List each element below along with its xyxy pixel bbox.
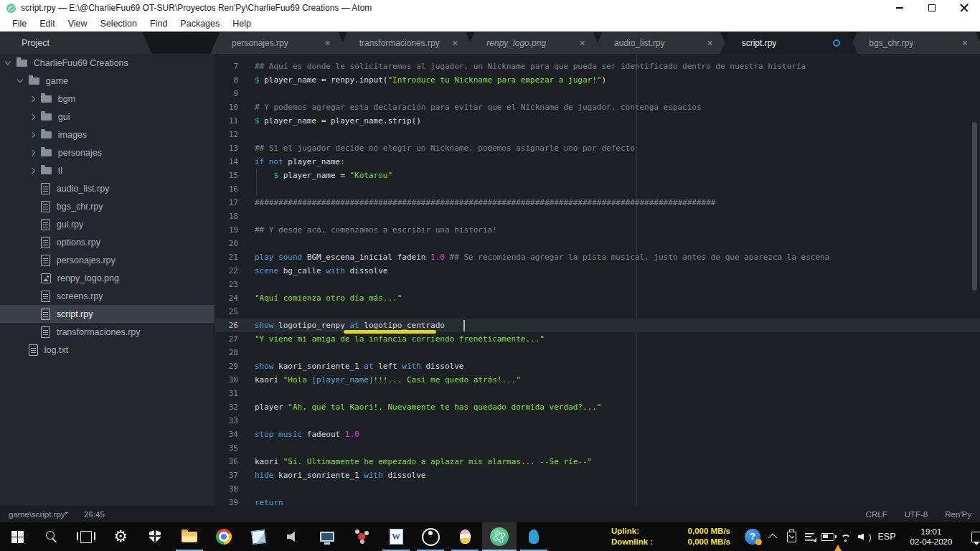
tree-item-options.rpy[interactable]: options.rpy (0, 233, 215, 251)
tab-personajes.rpy[interactable]: personajes.rpy× (210, 32, 348, 54)
code-line-31[interactable]: 31 (215, 387, 980, 400)
status-line-ending[interactable]: CRLF (866, 510, 887, 519)
minimize-button[interactable] (883, 0, 915, 16)
help-tray-button[interactable]: ? (740, 522, 765, 551)
taskbar-obs-button[interactable] (413, 522, 448, 551)
chevron-down-icon[interactable] (17, 77, 23, 83)
code-line-20[interactable]: 20 (215, 237, 980, 250)
code-line-26[interactable]: 26show logotipo_renpy at logotipo_centra… (215, 319, 980, 332)
tab-audio_list.rpy[interactable]: audio_list.rpy× (593, 32, 730, 54)
code-line-32[interactable]: 32player "Ah, qué tal Kaori!. Nuevamente… (215, 400, 980, 414)
restore-button[interactable] (915, 0, 948, 16)
volume-mixer[interactable] (801, 522, 819, 551)
tree-item-images[interactable]: images (0, 126, 215, 143)
code-line-15[interactable]: 15 $ player_name = "Kotarou" (215, 169, 980, 182)
safely-remove-hardware[interactable] (783, 522, 801, 551)
tree-item-audio_list.rpy[interactable]: audio_list.rpy (0, 179, 215, 197)
tree-item-personajes.rpy[interactable]: personajes.rpy (0, 251, 215, 269)
code-line-39[interactable]: 39return (215, 496, 980, 506)
tree-item-log.txt[interactable]: log.txt (0, 341, 215, 359)
menu-selection[interactable]: Selection (94, 19, 143, 29)
tab-transformaciones.rpy[interactable]: transformaciones.rpy× (338, 32, 476, 54)
chevron-right-icon[interactable] (29, 95, 35, 101)
chevron-right-icon[interactable] (29, 149, 35, 155)
code-line-25[interactable]: 25 (215, 305, 980, 319)
tree-item-script.rpy[interactable]: script.rpy (0, 305, 215, 323)
code-line-37[interactable]: 37hide kaori_sonriente_1 with dissolve (215, 468, 980, 482)
taskbar-gear-button[interactable] (103, 522, 138, 551)
status-grammar[interactable]: Ren'Py (945, 510, 971, 519)
taskbar-explorer-button[interactable] (172, 522, 207, 551)
code-line-28[interactable]: 28 (215, 346, 980, 359)
taskbar-word-button[interactable] (379, 522, 413, 551)
audio-status[interactable] (854, 522, 872, 551)
code-line-9[interactable]: 9 (215, 87, 980, 100)
tree-item-renpy_logo.png[interactable]: renpy_logo.png (0, 269, 215, 287)
close-button[interactable] (948, 0, 980, 16)
code-editor[interactable]: 7## Aquí es donde le solicitaremos al ju… (215, 54, 980, 506)
code-line-14[interactable]: 14if not player_name: (215, 155, 980, 169)
tray-expand-button[interactable] (765, 522, 783, 551)
menu-packages[interactable]: Packages (174, 19, 226, 29)
code-line-10[interactable]: 10# Y podemos agregar esta declaración p… (215, 100, 980, 114)
status-encoding[interactable]: UTF-8 (905, 510, 928, 519)
taskbar-bluefig-button[interactable] (517, 522, 551, 551)
taskbar-taskview-button[interactable] (69, 522, 103, 551)
code-line-16[interactable]: 16 (215, 182, 980, 196)
taskbar-anime-button[interactable] (448, 522, 482, 551)
tree-item-gui.rpy[interactable]: gui.rpy (0, 215, 215, 233)
network-status[interactable] (837, 522, 854, 551)
code-line-27[interactable]: 27"Y viene mi amiga de la infancia corri… (215, 332, 980, 346)
status-cursor-position[interactable]: 26:45 (84, 510, 105, 519)
code-line-22[interactable]: 22scene bg_calle with dissolve (215, 264, 980, 278)
code-line-29[interactable]: 29show kaori_sonriente_1 at left with di… (215, 359, 980, 373)
vertical-scrollbar[interactable] (972, 122, 977, 291)
tree-item-CharlieFuu69 Creations[interactable]: CharlieFuu69 Creations (0, 54, 215, 72)
code-line-17[interactable]: 17######################################… (215, 196, 980, 209)
code-line-35[interactable]: 35 (215, 441, 980, 455)
code-line-8[interactable]: 8$ player_name = renpy.input("Introduce … (215, 73, 980, 87)
tab-close-icon[interactable]: × (580, 38, 585, 48)
code-line-21[interactable]: 21play sound BGM_escena_inicial fadein 1… (215, 250, 980, 264)
code-line-12[interactable]: 12 (215, 128, 980, 141)
menu-help[interactable]: Help (226, 19, 258, 29)
taskbar-atom-button[interactable] (482, 522, 517, 551)
tree-item-gui[interactable]: gui (0, 108, 215, 126)
tab-bgs_chr.rpy[interactable]: bgs_chr.rpy× (847, 32, 980, 54)
project-tab[interactable]: Project (0, 32, 152, 54)
taskbar-monitor-button[interactable] (310, 522, 344, 551)
tree-item-bgs_chr.rpy[interactable]: bgs_chr.rpy (0, 197, 215, 215)
code-line-23[interactable]: 23 (215, 278, 980, 291)
code-line-38[interactable]: 38 (215, 482, 980, 496)
code-line-33[interactable]: 33 (215, 414, 980, 428)
clock[interactable]: 19:01 02-04-2020 (901, 527, 961, 547)
code-line-18[interactable]: 18 (215, 209, 980, 223)
tab-renpy_logo.png[interactable]: renpy_logo.png× (465, 32, 603, 54)
tab-close-icon[interactable]: × (452, 38, 458, 48)
code-line-30[interactable]: 30kaori "Hola [player_name]!!!... Casi m… (215, 373, 980, 387)
tree-item-tl[interactable]: tl (0, 161, 215, 179)
tree-item-bgm[interactable]: bgm (0, 90, 215, 108)
tree-item-game[interactable]: game (0, 72, 215, 90)
code-line-11[interactable]: 11$ player_name = player_name.strip() (215, 114, 980, 128)
code-line-13[interactable]: 13## Si el jugador decide no elegir un N… (215, 141, 980, 155)
menu-file[interactable]: File (6, 19, 33, 29)
language-indicator[interactable]: ESP (872, 532, 901, 542)
tab-script.rpy[interactable]: script.rpy (720, 32, 858, 54)
taskbar-speakerapp-button[interactable] (275, 522, 310, 551)
code-line-7[interactable]: 7## Aquí es donde le solicitaremos al ju… (215, 60, 980, 73)
menu-find[interactable]: Find (143, 19, 174, 29)
tab-close-icon[interactable]: × (324, 38, 330, 48)
tree-item-screens.rpy[interactable]: screens.rpy (0, 287, 215, 305)
menu-edit[interactable]: Edit (33, 19, 62, 29)
chevron-right-icon[interactable] (29, 167, 35, 173)
taskbar-search-button[interactable] (34, 522, 69, 551)
taskbar-molecule-button[interactable] (344, 522, 379, 551)
code-line-24[interactable]: 24"Aquí comienza otro día más..." (215, 291, 980, 305)
taskbar-start-button[interactable] (0, 522, 34, 551)
tab-close-icon[interactable]: × (962, 38, 968, 48)
tree-item-transformaciones.rpy[interactable]: transformaciones.rpy (0, 323, 215, 341)
menu-view[interactable]: View (62, 19, 94, 29)
tree-item-personajes[interactable]: personajes (0, 143, 215, 161)
action-center-button[interactable] (971, 532, 980, 542)
